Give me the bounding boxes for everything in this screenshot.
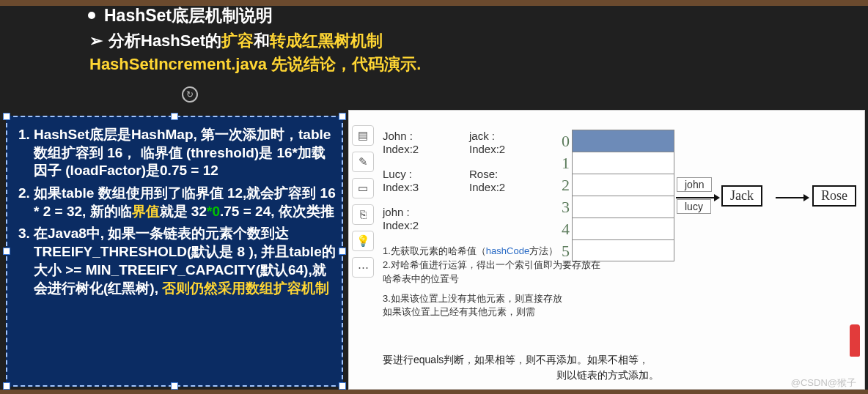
list-item: 如果table 数组使用到了临界值 12,就会扩容到 16 * 2 = 32, … — [34, 185, 336, 220]
entries-col2: jack : Index:2 Rose: Index:2 — [469, 130, 542, 206]
linked-chain: Jack Rose — [718, 184, 868, 213]
note-text: 1.先获取元素的哈希值（ — [383, 245, 486, 256]
hand-num: 2 — [549, 176, 570, 195]
l2-mid: 和 — [254, 31, 270, 50]
note-line: 3.如果该位置上没有其他元素，则直接存放 — [383, 292, 603, 306]
bn-text: 要进行 — [383, 354, 413, 365]
step-notes: 1.先获取元素的哈希值（hashCode方法） 2.对哈希值进行运算，得出一个索… — [383, 245, 603, 319]
item2c: .75 = 24, 依次类推 — [220, 204, 334, 219]
list-item: HashSet底层是HashMap, 第一次添加时，table 数组扩容到 16… — [34, 126, 336, 180]
cell-label: lucy — [677, 199, 711, 214]
item2hl: 界值 — [132, 204, 160, 219]
resize-handle[interactable] — [3, 382, 10, 390]
table-row: 3lucy — [572, 196, 674, 218]
note-line: 2.对哈希值进行运算，得出一个索引值即为要存放在哈希表中的位置号 — [383, 259, 603, 286]
entry-name: john : — [383, 206, 456, 219]
hash-table: 0 1 2john 3lucy 4 5 — [572, 130, 674, 261]
table-row: 1 — [572, 152, 674, 174]
table-row: 4 — [572, 218, 674, 239]
item2g: 0 — [212, 204, 220, 219]
entry: john : Index:2 — [383, 206, 456, 232]
entry-index: Index:2 — [469, 143, 542, 156]
entry-index: Index:2 — [469, 181, 542, 194]
chevron-icon: ➢ — [89, 31, 103, 51]
resize-handle[interactable] — [3, 113, 10, 120]
item3y: 否则仍然采用数组扩容机制 — [162, 280, 329, 296]
layers-icon[interactable]: ▤ — [352, 125, 374, 146]
note-text: 方法） — [529, 245, 558, 256]
item1-text: HashSet底层是HashMap, 第一次添加时，table 数组扩容到 16… — [34, 127, 331, 178]
entry: jack : Index:2 — [469, 130, 542, 156]
entry: John : Index:2 — [383, 130, 456, 156]
note-line: 如果该位置上已经有其他元素，则需 — [383, 305, 603, 319]
entry-name: Lucy : — [383, 168, 456, 181]
resize-handle[interactable] — [339, 382, 346, 390]
title-text: HashSet底层机制说明 — [104, 6, 273, 25]
title-line: HashSet底层机制说明 — [88, 4, 839, 27]
item2b: 就是 32 — [160, 204, 207, 219]
rotate-handle-icon[interactable]: ↻ — [182, 86, 198, 103]
spacer — [383, 286, 603, 292]
bottom-note: 要进行equals判断，如果相等，则不再添加。如果不相等， 则以链表的方式添加。 — [383, 352, 832, 383]
entry-name: Rose: — [469, 168, 542, 181]
cell-label: john — [677, 177, 712, 192]
entries-col1: John : Index:2 Lucy : Index:3 john : Ind… — [383, 130, 456, 244]
hand-num: 3 — [549, 198, 570, 217]
explanation-list: HashSet底层是HashMap, 第一次添加时，table 数组扩容到 16… — [12, 126, 336, 297]
l2-y1: 扩容 — [221, 31, 254, 50]
explanation-box[interactable]: HashSet底层是HashMap, 第一次添加时，table 数组扩容到 16… — [6, 116, 343, 387]
entry-name: John : — [383, 130, 456, 143]
page-icon[interactable]: ⎘ — [352, 204, 374, 225]
hand-num: 4 — [549, 220, 570, 239]
bn-text: 判断，如果相等，则不再添加。如果不相等， — [444, 354, 649, 365]
entry-index: Index:2 — [383, 143, 456, 156]
subtitle-line: ➢分析HashSet的扩容和转成红黑树机制 — [88, 30, 839, 52]
bottom-line1: 要进行equals判断，如果相等，则不再添加。如果不相等， — [383, 352, 832, 368]
whiteboard-panel: ▤ ✎ ▭ ⎘ 💡 ⋯ John : Index:2 Lucy : Index:… — [348, 110, 865, 390]
entry-index: Index:3 — [383, 181, 456, 194]
entry: Lucy : Index:3 — [383, 168, 456, 194]
bulb-icon[interactable]: 💡 — [352, 231, 374, 251]
l2-y2: 转成红黑树机制 — [270, 31, 383, 50]
more-icon[interactable]: ⋯ — [352, 257, 374, 278]
hand-num: 1 — [549, 154, 570, 173]
note-code: hashCode — [486, 245, 529, 256]
bn-code: equals — [413, 354, 444, 365]
resize-handle[interactable] — [339, 248, 346, 255]
watermark: @CSDN@猴子 — [791, 376, 856, 390]
l2-prefix: 分析HashSet的 — [108, 31, 221, 50]
hand-num: 0 — [549, 132, 570, 151]
table-row: 2john — [572, 174, 674, 196]
entry: Rose: Index:2 — [469, 168, 542, 194]
bullet-icon — [88, 12, 95, 19]
resize-handle[interactable] — [3, 248, 10, 255]
rect-icon[interactable]: ▭ — [352, 178, 374, 198]
table-row: 0 — [572, 130, 674, 152]
filename-line: HashSetIncrement.java 先说结论，代码演示. — [88, 53, 839, 75]
resize-handle[interactable] — [171, 113, 178, 120]
chain-node: Jack — [721, 185, 762, 207]
red-marker-icon — [850, 324, 860, 357]
chain-node: Rose — [812, 185, 856, 207]
entry-index: Index:2 — [383, 219, 456, 232]
bottom-line2: 则以链表的方式添加。 — [383, 368, 832, 383]
header-block: HashSet底层机制说明 ➢分析HashSet的扩容和转成红黑树机制 Hash… — [88, 4, 839, 75]
whiteboard-content: John : Index:2 Lucy : Index:3 john : Ind… — [381, 116, 861, 386]
note-line: 1.先获取元素的哈希值（hashCode方法） — [383, 245, 603, 259]
arrow-icon — [776, 197, 808, 198]
whiteboard-toolbar: ▤ ✎ ▭ ⎘ 💡 ⋯ — [352, 125, 377, 278]
resize-handle[interactable] — [339, 113, 346, 120]
list-item: 在Java8中, 如果一条链表的元素个数到达 TREEIFY_THRESHOLD… — [34, 225, 336, 297]
entry-name: jack : — [469, 130, 542, 143]
resize-handle[interactable] — [171, 382, 178, 390]
arrow-icon — [676, 197, 718, 198]
brush-icon[interactable]: ✎ — [352, 152, 374, 172]
